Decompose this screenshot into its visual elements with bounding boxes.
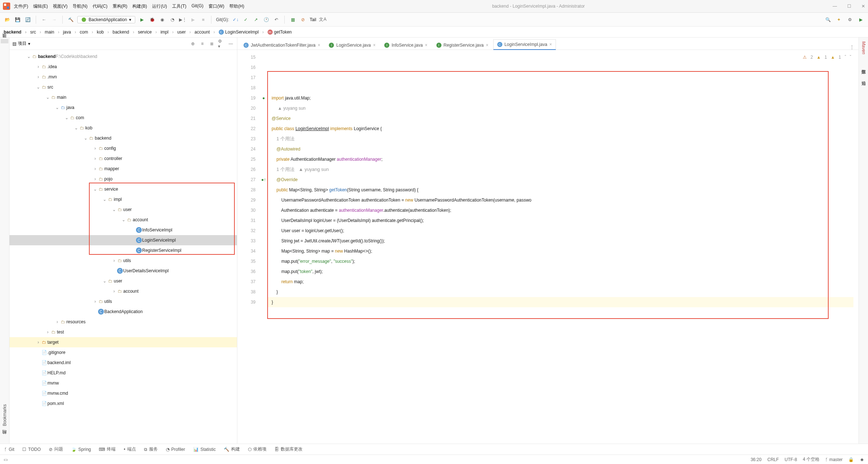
menu-item[interactable]: 重构(R) (113, 3, 128, 9)
tabs-more-icon[interactable]: ⋮ (845, 44, 859, 50)
tree-folder-item[interactable]: 📄 pom.xml (9, 398, 237, 409)
down-icon[interactable]: ˇ (850, 52, 851, 62)
caret-position[interactable]: 36:20 (751, 457, 762, 462)
denied-icon[interactable]: ⊘ (299, 16, 307, 23)
tree-folder-item[interactable]: ›🗀 mapper (9, 164, 237, 174)
file-encoding[interactable]: UTF-8 (785, 457, 797, 462)
tree-folder-item[interactable]: 📄 HELP.md (9, 368, 237, 378)
bottom-tool-依赖项[interactable]: ⬡依赖项 (248, 446, 266, 452)
sync-icon[interactable]: 🔄 (24, 16, 31, 23)
menu-item[interactable]: 编辑(E) (33, 3, 48, 9)
lock-icon[interactable]: 🔒 (848, 457, 854, 462)
breadcrumb-item[interactable]: com (80, 30, 96, 35)
menu-item[interactable]: 运行(U) (152, 3, 167, 9)
menu-item[interactable]: 构建(B) (132, 3, 147, 9)
run-config-select[interactable]: BackendApplication ▾ (77, 16, 135, 23)
bottom-tool-终端[interactable]: ⌨终端 (99, 446, 116, 452)
tree-folder-item[interactable]: 📄 .gitignore (9, 347, 237, 358)
coverage-icon[interactable]: ◉ (159, 16, 166, 23)
tree-folder-item[interactable]: ›🗀 config (9, 143, 237, 153)
project-tree[interactable]: ⌄🗀 backend F:\Code\kob\backend›🗀 .idea›🗀… (9, 50, 237, 444)
bottom-tool-端点[interactable]: •端点 (124, 446, 136, 452)
play-last-icon[interactable]: ▶ (857, 16, 864, 23)
bottom-tool-构建[interactable]: 🔨构建 (224, 446, 240, 452)
tree-folder-item[interactable]: 📄 mvnw.cmd (9, 388, 237, 398)
git-update-icon[interactable]: ✓↓ (232, 16, 239, 23)
smiley-icon[interactable]: ☻ (860, 457, 864, 462)
tree-folder-item[interactable]: 📄 mvnw (9, 378, 237, 388)
tree-folder-item[interactable]: ⌄🗀 com (9, 113, 237, 123)
tree-folder-item[interactable]: ⌄🗀 kob (9, 123, 237, 133)
tree-class-item[interactable]: C RegisterServiceImpl (9, 245, 237, 256)
run-more-icon[interactable]: ▶⋮ (179, 16, 186, 23)
breadcrumb-item[interactable]: main (45, 30, 62, 35)
tree-folder-item[interactable]: ⌄🗀 impl (9, 194, 237, 204)
git-branch[interactable]: ᚶ master (825, 457, 842, 462)
breadcrumb-item[interactable]: mgetToken (268, 30, 298, 35)
tree-class-item[interactable]: C UserDetailsServiceImpl (9, 266, 237, 276)
sidebar-settings-icon[interactable]: ⚙ ▾ (218, 40, 225, 47)
tree-class-item[interactable]: C LoginServiceImpl (9, 235, 237, 245)
breadcrumb-item[interactable]: CLoginServiceImpl (219, 30, 266, 35)
minimize-icon[interactable]: — (833, 4, 837, 9)
line-separator[interactable]: CRLF (767, 457, 779, 462)
git-history-icon[interactable]: 🕐 (262, 16, 270, 23)
attach-icon[interactable]: ▶ (189, 16, 196, 23)
menu-item[interactable]: 视图(V) (53, 3, 67, 9)
breadcrumb-item[interactable]: backend (4, 30, 29, 35)
tree-folder-item[interactable]: ⌄🗀 account (9, 215, 237, 225)
tree-folder-item[interactable]: ⌄🗀 user (9, 276, 237, 286)
save-icon[interactable]: 💾 (14, 16, 21, 23)
menu-item[interactable]: 工具(T) (172, 3, 186, 9)
bottom-tool-Spring[interactable]: 🍃Spring (71, 447, 91, 452)
tree-folder-item[interactable]: ›🗀 utils (9, 256, 237, 266)
git-push-icon[interactable]: ↗ (252, 16, 260, 23)
menu-item[interactable]: 导航(N) (73, 3, 87, 9)
right-tab-notifications[interactable]: 通知 (860, 75, 867, 80)
ai-icon[interactable]: ✦ (835, 16, 842, 23)
tab-close-icon[interactable]: × (549, 42, 552, 47)
left-tab-project[interactable]: 项目 (1, 39, 8, 43)
settings-icon[interactable]: ⚙ (846, 16, 853, 23)
tree-folder-item[interactable]: ⌄🗀 user (9, 204, 237, 215)
expand-icon[interactable]: ≡ (199, 40, 206, 47)
tab-close-icon[interactable]: × (318, 43, 320, 48)
menu-item[interactable]: 窗口(W) (209, 3, 224, 9)
breadcrumb-item[interactable]: backend (113, 30, 136, 35)
tree-folder-item[interactable]: ›🗀 account (9, 286, 237, 296)
forward-icon[interactable]: → (51, 16, 58, 23)
breadcrumb-item[interactable]: account (195, 30, 217, 35)
right-tab-maven[interactable]: Maven (860, 39, 867, 56)
tab-close-icon[interactable]: × (425, 43, 428, 48)
bottom-tool-Profiler[interactable]: ◔Profiler (166, 447, 185, 452)
breadcrumb-item[interactable]: impl (160, 30, 176, 35)
hide-icon[interactable]: — (227, 40, 234, 47)
bottom-tool-Statistic[interactable]: 📊Statistic (193, 447, 216, 452)
breadcrumb-item[interactable]: java (63, 30, 78, 35)
editor-tab[interactable]: CJwtAuthenticationTokenFilter.java× (240, 40, 324, 50)
breadcrumb-item[interactable]: service (138, 30, 159, 35)
stop-icon[interactable]: ■ (199, 16, 207, 23)
codewithme-icon[interactable]: ▦ (289, 16, 296, 23)
tail-label[interactable]: Tail (310, 17, 316, 22)
tree-folder-item[interactable]: ›🗀 utils (9, 296, 237, 307)
tree-folder-item[interactable]: 📄 backend.iml (9, 358, 237, 368)
bottom-tool-问题[interactable]: ⊘问题 (49, 446, 63, 452)
build-icon[interactable]: 🔨 (67, 16, 74, 23)
git-revert-icon[interactable]: ↶ (273, 16, 280, 23)
breadcrumb-item[interactable]: src (30, 30, 43, 35)
tree-class-item[interactable]: C BackendApplication (9, 307, 237, 317)
code-editor[interactable]: ⚠2 ▲1 ▲1 ˆˇ import java.util.Map; ▲ yuya… (268, 50, 859, 444)
tab-close-icon[interactable]: × (486, 43, 489, 48)
tree-folder-item[interactable]: ›🗀 test (9, 327, 237, 337)
menu-item[interactable]: 帮助(H) (229, 3, 244, 9)
tree-folder-item[interactable]: ⌄🗀 java (9, 102, 237, 113)
tree-folder-item[interactable]: ›🗀 .mvn (9, 72, 237, 82)
left-tab-bookmarks[interactable]: Bookmarks (1, 402, 8, 428)
menu-item[interactable]: 代码(C) (93, 3, 108, 9)
tree-folder-item[interactable]: ›🗀 target (9, 337, 237, 347)
open-icon[interactable]: 📂 (4, 16, 11, 23)
translate-icon[interactable]: 文A (319, 16, 326, 23)
search-icon[interactable]: 🔍 (824, 16, 832, 23)
debug-icon[interactable]: 🐞 (148, 16, 156, 23)
